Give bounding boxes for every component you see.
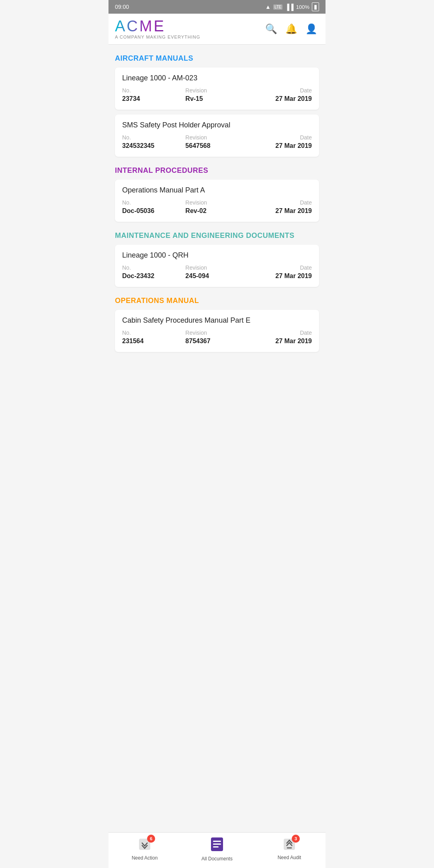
search-icon[interactable]: 🔍 <box>265 23 277 35</box>
date-value: 27 Mar 2019 <box>249 142 312 149</box>
card-title: Cabin Safety Procedures Manual Part E <box>122 316 312 325</box>
wifi-icon: ▲ <box>265 4 271 10</box>
card-meta: No. 23734 Revision Rv-15 Date 27 Mar 201… <box>122 87 312 102</box>
rev-value: 8754367 <box>185 338 248 345</box>
battery-percent: 100% <box>296 4 309 10</box>
meta-date: Date 27 Mar 2019 <box>249 134 312 149</box>
logo-container: ACME A COMPANY MAKING EVERYTHING <box>115 18 200 39</box>
status-time: 09:00 <box>115 4 129 10</box>
no-label: No. <box>122 199 185 206</box>
card-title: Operations Manual Part A <box>122 186 312 194</box>
section-title-operations: OPERATIONS MANUAL <box>115 297 319 305</box>
date-label: Date <box>249 330 312 336</box>
card-meta: No. 231564 Revision 8754367 Date 27 Mar … <box>122 330 312 345</box>
header-icons: 🔍 🔔 👤 <box>265 23 317 35</box>
no-label: No. <box>122 134 185 141</box>
battery-icon: ▮ <box>312 2 319 11</box>
rev-value: 5647568 <box>185 142 248 149</box>
status-right: ▲ LTE ▐▐ 100% ▮ <box>265 2 319 11</box>
section-aircraft: AIRCRAFT MANUALS Lineage 1000 - AM-023 N… <box>115 54 319 157</box>
rev-label: Revision <box>185 87 248 94</box>
meta-no: No. 23734 <box>122 87 185 102</box>
meta-rev: Revision 245-094 <box>185 264 248 280</box>
notification-icon[interactable]: 🔔 <box>285 23 297 35</box>
logo-text: ACME <box>115 18 166 34</box>
date-label: Date <box>249 264 312 271</box>
rev-label: Revision <box>185 199 248 206</box>
section-title-internal: INTERNAL PROCEDURES <box>115 166 319 175</box>
no-label: No. <box>122 330 185 336</box>
meta-no: No. 231564 <box>122 330 185 345</box>
meta-date: Date 27 Mar 2019 <box>249 264 312 280</box>
date-label: Date <box>249 87 312 94</box>
meta-date: Date 27 Mar 2019 <box>249 199 312 215</box>
meta-rev: Revision 5647568 <box>185 134 248 149</box>
no-value: Doc-05036 <box>122 207 185 215</box>
no-label: No. <box>122 87 185 94</box>
meta-date: Date 27 Mar 2019 <box>249 87 312 102</box>
lte-badge: LTE <box>273 4 283 10</box>
header: ACME A COMPANY MAKING EVERYTHING 🔍 🔔 👤 <box>108 14 326 45</box>
card-title: Lineage 1000 - QRH <box>122 251 312 260</box>
document-card[interactable]: Lineage 1000 - QRH No. Doc-23432 Revisio… <box>115 245 319 287</box>
document-card[interactable]: Cabin Safety Procedures Manual Part E No… <box>115 310 319 352</box>
no-value: 324532345 <box>122 142 185 149</box>
meta-no: No. Doc-05036 <box>122 199 185 215</box>
rev-value: Rv-15 <box>185 95 248 102</box>
rev-value: Rev-02 <box>185 207 248 215</box>
meta-rev: Revision Rv-15 <box>185 87 248 102</box>
main-content: AIRCRAFT MANUALS Lineage 1000 - AM-023 N… <box>108 54 326 397</box>
no-label: No. <box>122 264 185 271</box>
section-title-aircraft: AIRCRAFT MANUALS <box>115 54 319 63</box>
status-bar: 09:00 ▲ LTE ▐▐ 100% ▮ <box>108 0 326 14</box>
card-title: SMS Safety Post Holder Approval <box>122 121 312 129</box>
card-meta: No. Doc-05036 Revision Rev-02 Date 27 Ma… <box>122 199 312 215</box>
date-label: Date <box>249 199 312 206</box>
card-title: Lineage 1000 - AM-023 <box>122 74 312 82</box>
date-label: Date <box>249 134 312 141</box>
date-value: 27 Mar 2019 <box>249 95 312 102</box>
profile-icon[interactable]: 👤 <box>305 23 317 35</box>
meta-rev: Revision 8754367 <box>185 330 248 345</box>
section-operations: OPERATIONS MANUAL Cabin Safety Procedure… <box>115 297 319 352</box>
section-maintenance: MAINTENANCE AND ENGINEERING DOCUMENTS Li… <box>115 231 319 287</box>
rev-label: Revision <box>185 264 248 271</box>
rev-value: 245-094 <box>185 272 248 280</box>
no-value: 23734 <box>122 95 185 102</box>
meta-rev: Revision Rev-02 <box>185 199 248 215</box>
date-value: 27 Mar 2019 <box>249 338 312 345</box>
meta-no: No. 324532345 <box>122 134 185 149</box>
meta-date: Date 27 Mar 2019 <box>249 330 312 345</box>
card-meta: No. 324532345 Revision 5647568 Date 27 M… <box>122 134 312 149</box>
no-value: Doc-23432 <box>122 272 185 280</box>
rev-label: Revision <box>185 330 248 336</box>
date-value: 27 Mar 2019 <box>249 207 312 215</box>
logo-subtitle: A COMPANY MAKING EVERYTHING <box>115 35 200 39</box>
section-title-maintenance: MAINTENANCE AND ENGINEERING DOCUMENTS <box>115 231 319 240</box>
document-card[interactable]: Operations Manual Part A No. Doc-05036 R… <box>115 180 319 222</box>
meta-no: No. Doc-23432 <box>122 264 185 280</box>
card-meta: No. Doc-23432 Revision 245-094 Date 27 M… <box>122 264 312 280</box>
signal-icon: ▐▐ <box>285 4 293 10</box>
no-value: 231564 <box>122 338 185 345</box>
date-value: 27 Mar 2019 <box>249 272 312 280</box>
document-card[interactable]: SMS Safety Post Holder Approval No. 3245… <box>115 115 319 157</box>
document-card[interactable]: Lineage 1000 - AM-023 No. 23734 Revision… <box>115 68 319 110</box>
section-internal: INTERNAL PROCEDURES Operations Manual Pa… <box>115 166 319 222</box>
rev-label: Revision <box>185 134 248 141</box>
